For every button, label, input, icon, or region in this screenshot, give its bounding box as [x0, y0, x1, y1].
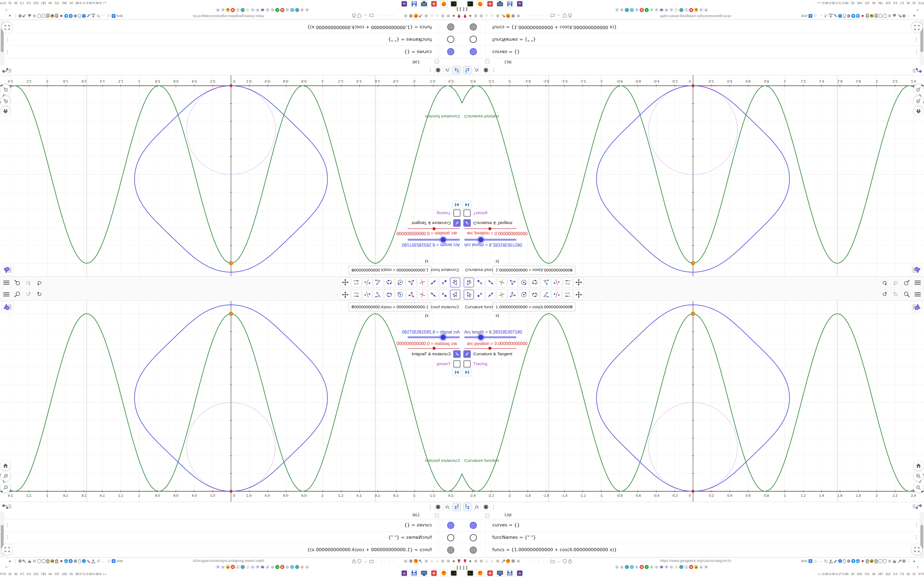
arc-length-slider-handle[interactable]	[441, 335, 446, 340]
home-button[interactable]	[914, 106, 924, 116]
percent-badge[interactable]: 81%	[116, 559, 123, 564]
trash-icon[interactable]	[866, 14, 869, 18]
tool-move-cursor[interactable]	[464, 290, 474, 300]
tool-move-graphics-view[interactable]	[573, 290, 584, 300]
arc-length-slider-handle[interactable]	[478, 237, 483, 242]
shield-outline-icon[interactable]	[42, 559, 46, 564]
algebra-style-button[interactable]	[910, 302, 922, 312]
headset-extension[interactable]: ∩	[429, 13, 434, 18]
folder-icon[interactable]	[369, 14, 374, 18]
url-text[interactable]: https://www.geogebra.org/classic/aagcxh3…	[660, 14, 731, 18]
kebab-icon[interactable]: ⋮	[5, 49, 10, 55]
favicon-google[interactable]: G	[305, 565, 309, 569]
tool-line-two-points[interactable]	[428, 290, 438, 300]
kebab-icon[interactable]: ⋮	[491, 504, 496, 510]
algebra-row-funcnames[interactable]: funcNames = {" "} ⋮	[462, 33, 924, 45]
trash-icon[interactable]	[874, 559, 878, 563]
gear-extension[interactable]	[409, 559, 413, 563]
headset-extension[interactable]: ∩	[484, 559, 489, 564]
favicon-google[interactable]: G	[669, 565, 674, 569]
folder-icon[interactable]	[550, 559, 555, 563]
algebra-row-funcs[interactable]: funcs = {1.000000000000 + cos(4.00000000…	[0, 21, 462, 33]
gear-icon[interactable]	[482, 503, 490, 511]
lock-icon[interactable]	[352, 14, 356, 18]
shield-outline-icon[interactable]	[357, 559, 361, 564]
favicon-flower[interactable]: ❀	[216, 565, 220, 569]
firefox-icon[interactable]	[414, 14, 418, 18]
tool-move-graphics-view[interactable]	[340, 290, 351, 300]
expand-icon[interactable]: ∧∧	[103, 572, 107, 575]
favicon-globe-teal[interactable]	[241, 8, 245, 12]
gear-extension[interactable]	[902, 14, 906, 18]
dot[interactable]: ◦	[538, 559, 541, 564]
favicon-google[interactable]: G	[221, 8, 225, 12]
red-dot-icon[interactable]: ●	[860, 559, 865, 564]
globe-extension[interactable]: ⊕	[516, 559, 521, 564]
lock-icon[interactable]	[568, 559, 572, 564]
arc-length-slider[interactable]	[407, 239, 460, 241]
translate-icon[interactable]: A	[808, 14, 813, 18]
favicon-globe-teal[interactable]	[630, 8, 634, 12]
zoom-in-button[interactable]	[914, 471, 924, 481]
globe-extension[interactable]: ⊕	[446, 559, 451, 564]
redo-icon[interactable]: ↻	[24, 279, 32, 287]
globe-extension[interactable]: ⊕	[440, 559, 445, 564]
arc-length-slider[interactable]	[407, 336, 460, 338]
curvature-tangent-checkbox[interactable]: ✓	[464, 219, 471, 227]
visibility-toggle[interactable]	[470, 546, 477, 554]
headset-extension[interactable]: ∩	[484, 13, 489, 18]
tracing-checkbox[interactable]	[464, 360, 471, 367]
home-button[interactable]	[0, 106, 10, 116]
globe-extension[interactable]: ⊕	[403, 13, 408, 18]
wrench-extension[interactable]	[23, 559, 27, 563]
visibility-toggle[interactable]	[447, 48, 454, 55]
tool-perpendicular-line[interactable]	[417, 277, 427, 287]
headset-extension[interactable]: ∩	[490, 559, 495, 564]
tool-angle[interactable]: α	[373, 290, 383, 300]
dot[interactable]: ◦	[392, 13, 394, 18]
display-app[interactable]	[496, 0, 504, 7]
favicon-google[interactable]: G	[674, 565, 678, 569]
tracing-checkbox[interactable]	[453, 210, 460, 217]
zoom-in-button[interactable]	[0, 96, 10, 106]
gear-icon[interactable]	[434, 66, 442, 74]
dot[interactable]: ◦	[379, 559, 382, 564]
tool-move-graphics-view[interactable]	[340, 277, 351, 287]
favicon-google[interactable]: G	[246, 565, 250, 569]
algebra-graph-icon[interactable]	[2, 65, 12, 74]
shield-outline-icon[interactable]	[563, 559, 567, 564]
favicon-google[interactable]: G	[649, 8, 654, 12]
redo-icon[interactable]: ↻	[24, 290, 32, 298]
tool-reflect-about-line[interactable]	[552, 290, 562, 300]
thumb-up-icon[interactable]	[892, 559, 897, 563]
tool-move-cursor[interactable]	[464, 277, 474, 287]
arc-position-slider-handle[interactable]	[433, 227, 436, 230]
favicon-photo[interactable]: ▲	[226, 8, 230, 12]
red-dot-icon[interactable]: ●	[59, 559, 64, 564]
visibility-toggle[interactable]	[447, 546, 454, 554]
favicon-info[interactable]: i	[684, 565, 688, 569]
globe-colored-icon[interactable]	[50, 559, 55, 563]
globe-extension[interactable]: ⊕	[32, 559, 37, 564]
tool-circle-center-point[interactable]	[395, 277, 405, 287]
shield-outline-icon[interactable]	[37, 14, 41, 18]
back-arrow-icon[interactable]: ←	[556, 559, 561, 564]
percent-badge[interactable]: 81%	[116, 13, 123, 18]
firefox-icon[interactable]	[414, 559, 418, 564]
step-forward-button[interactable]	[463, 369, 471, 376]
dot[interactable]: ◦	[542, 13, 545, 18]
arc-length-slider[interactable]	[464, 239, 517, 241]
green-status-dot[interactable]: ●	[7, 13, 12, 18]
zoom-out-button[interactable]	[914, 483, 924, 493]
arc-position-slider[interactable]	[407, 348, 460, 349]
function-dropdown[interactable]: 1.000000000000 + cos(4.000000000000 x) ▼	[349, 302, 431, 311]
favicon-wikipedia[interactable]: W	[659, 565, 664, 569]
zoom-out-button[interactable]	[0, 483, 10, 493]
favicon-flower[interactable]: ❀	[255, 8, 260, 12]
forward-arrow-icon[interactable]: →	[818, 559, 823, 564]
star-outline-icon[interactable]: ☆	[813, 559, 818, 564]
favicon-globe-teal[interactable]	[625, 8, 629, 12]
firefox-app[interactable]	[476, 0, 484, 7]
favicon-globe-teal[interactable]	[679, 565, 683, 569]
gear-extension[interactable]	[511, 14, 515, 18]
